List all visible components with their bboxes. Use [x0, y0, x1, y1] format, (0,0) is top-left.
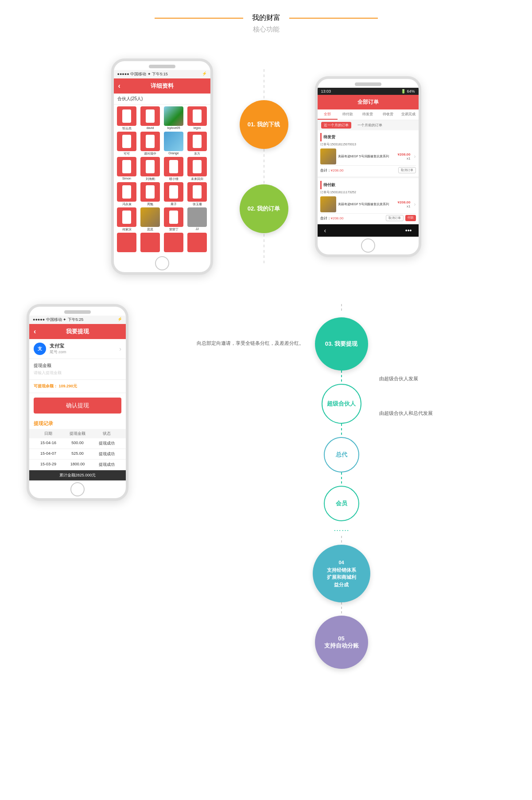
list-item: JJ: [186, 207, 209, 232]
list-item: 果子: [163, 182, 185, 207]
list-item: 思思: [139, 207, 162, 232]
product-info-1: 美丽奇迹hEGF 5号润颜修复抗衰系列: [338, 154, 396, 159]
v-line-5: [341, 602, 342, 616]
confirm-withdraw-button[interactable]: 确认提现: [34, 398, 121, 414]
phone2-bottom-bar: ‹ •••: [318, 224, 419, 237]
phone1-navbar: ‹ 详细资料: [114, 78, 210, 94]
withdraw-table-header: 日期 提现金额 状态: [29, 429, 126, 438]
alipay-logo-icon: 支: [34, 343, 46, 355]
phone3-screen: ‹ 我要提现 支 支付宝 尾号.com › 提现金额 请输入提现金额: [29, 324, 126, 480]
order-section-2: 待付款 订单号:150318111173252 美丽奇迹hEGF 5号润颜修复抗…: [318, 176, 419, 224]
connector-line: [341, 304, 342, 313]
v-line-2: [341, 424, 342, 437]
header-subtitle: 核心功能: [0, 25, 532, 34]
phone3-frame: ●●●●● 中国移动 ✦ 下午5:25 ⚡ ‹ 我要提现 支 支付宝 尾号.co…: [27, 304, 128, 501]
table-row: 15-04-16 500.00 提现成功: [29, 438, 126, 449]
list-item: Orange: [163, 132, 185, 156]
phone1-bottom: [114, 254, 210, 272]
order-num-2: 订单号:150318111173252: [320, 190, 416, 195]
more-nav-icon[interactable]: •••: [405, 227, 412, 234]
list-item: 喷小情: [163, 157, 185, 181]
bottom-right-column: 向总部定向邀请，享受全链条分红，及差差分红。 03. 我要提现 超级合伙人: [177, 304, 505, 669]
list-item: [186, 233, 209, 253]
list-item: 邹云杰: [116, 106, 138, 131]
list-item: [163, 233, 185, 253]
list-item: 可可: [116, 132, 138, 156]
phone3-back-icon[interactable]: ‹: [34, 328, 36, 336]
tab-all[interactable]: 全部: [318, 109, 338, 120]
phone3-wrapper: ●●●●● 中国移动 ✦ 下午5:25 ⚡ ‹ 我要提现 支 支付宝 尾号.co…: [27, 304, 151, 669]
order-status-1: 待发货: [320, 133, 416, 141]
phone2-frame: 13:03 🔋 64% 全部订单 全部 待付款 待发货 待收货 交易完成 近一个…: [315, 76, 421, 257]
list-item: 何家滨: [116, 207, 138, 232]
alipay-row: 支 支付宝 尾号.com ›: [29, 339, 126, 359]
top-circles: 01. 我的下线 02. 我的订单: [213, 56, 315, 277]
phone1-statusbar: ●●●●● 中国移动 ✦ 下午5:15 ⚡: [114, 70, 210, 78]
phone1-frame: ●●●●● 中国移动 ✦ 下午5:15 ⚡ ‹ 详细资料 合伙人(25人) 邹云…: [111, 59, 213, 275]
order-num-1: 订单号:150318115070013: [320, 142, 416, 147]
order-total-1: 合计：¥208.00 取消订单: [320, 165, 416, 175]
list-item: iegss: [186, 106, 209, 131]
v-line-3: [341, 472, 342, 486]
page-header: 我的财富 核心功能: [0, 0, 532, 38]
order-section-1: 待发货 订单号:150318115070013 美丽奇迹hEGF 5号润颜修复抗…: [318, 130, 419, 176]
product-info-2: 美丽奇迹hEGF 5号润颜修复抗衰系列: [338, 202, 396, 207]
tab-pending-ship[interactable]: 待发货: [358, 109, 378, 120]
phone2-home-button[interactable]: [361, 238, 375, 253]
v-line-4: [341, 536, 342, 545]
v-line: [341, 371, 342, 384]
phone1-home-button[interactable]: [155, 256, 169, 270]
back-nav-icon[interactable]: ‹: [324, 227, 326, 234]
header-line: 我的财富: [0, 13, 532, 23]
order-item-1: 美丽奇迹hEGF 5号润颜修复抗衰系列 ¥208.00 x1 ›: [320, 148, 416, 165]
period-tab-recent[interactable]: 近一个月的订单: [321, 122, 351, 129]
list-item: 张玉珊: [186, 182, 209, 207]
period-tab-old[interactable]: 一个月前的订单: [355, 122, 385, 129]
tab-pending-receive[interactable]: 待收货: [378, 109, 398, 120]
order-status-2: 待付款: [320, 181, 416, 189]
partner-dots: ……: [334, 524, 349, 533]
order-item-2: 美丽奇迹hEGF 5号润颜修复抗衰系列 ¥208.00 x1 ›: [320, 195, 416, 213]
cancel-order-btn-2[interactable]: 取消订单: [386, 215, 404, 221]
total-bar: 累计金额2825.000元: [29, 470, 126, 480]
tab-pending-pay[interactable]: 待付款: [338, 109, 358, 120]
super-partner-desc: 向总部定向邀请，享受全链条分红，及差差分红。: [177, 340, 304, 347]
phone2-tabs: 全部 待付款 待发货 待收货 交易完成: [318, 109, 419, 120]
list-item: 冯永泉: [116, 182, 138, 207]
alipay-arrow-icon[interactable]: ›: [119, 345, 121, 352]
tab-complete[interactable]: 交易完成: [398, 109, 419, 120]
header-title: 我的财富: [252, 13, 280, 23]
balance-field: 可提现余额： 109.290元: [29, 380, 126, 393]
table-row: 15-04-07 525.00 提现成功: [29, 449, 126, 460]
total-partner-desc: 由超级合伙人发展: [379, 375, 506, 383]
top-section: ●●●●● 中国移动 ✦ 下午5:15 ⚡ ‹ 详细资料 合伙人(25人) 邹云…: [0, 38, 532, 295]
phone1-avatar-grid: 邹云杰 david lxylove05 iegss 可可: [114, 105, 210, 254]
product-image-1: [320, 148, 336, 164]
phone2-period-tabs: 近一个月的订单 一个月前的订单: [318, 120, 419, 130]
phone3-bottom: [29, 480, 126, 498]
total-partner-circle: 总代: [324, 437, 359, 472]
back-arrow-icon[interactable]: ‹: [118, 82, 120, 90]
phone1-section-title: 合伙人(25人): [114, 94, 210, 105]
withdraw-record-title: 提现记录: [29, 418, 126, 429]
list-item: 未来回归: [186, 157, 209, 181]
circle-02: 02. 我的订单: [240, 184, 288, 233]
member-circle: 会员: [324, 486, 359, 521]
circle-04: 04 支持经销体系 扩展和商城利 益分成: [313, 545, 370, 602]
circle-03: 03. 我要提现: [315, 317, 368, 371]
cancel-order-btn-1[interactable]: 取消订单: [398, 167, 416, 173]
list-item: [139, 233, 162, 253]
phone2-bottom: [318, 237, 419, 254]
super-partner-circle: 超级合伙人: [322, 384, 361, 424]
order-total-2: 合计：¥208.00 取消订单 付款: [320, 213, 416, 222]
withdraw-amount-field: 提现金额 请输入提现金额: [29, 359, 126, 380]
list-item: Simon: [116, 157, 138, 181]
list-item: [116, 233, 138, 253]
pay-btn-2[interactable]: 付款: [405, 215, 416, 221]
phone3-navbar: ‹ 我要提现: [29, 324, 126, 339]
table-row: 15-03-29 1800.00 提现成功: [29, 460, 126, 470]
member-partner-desc: 由超级合伙人和总代发展: [379, 410, 506, 418]
alipay-info: 支付宝 尾号.com: [50, 343, 119, 355]
phone3-home-button[interactable]: [70, 482, 85, 496]
phone1-screen: ‹ 详细资料 合伙人(25人) 邹云杰 david lxylove05: [114, 78, 210, 254]
